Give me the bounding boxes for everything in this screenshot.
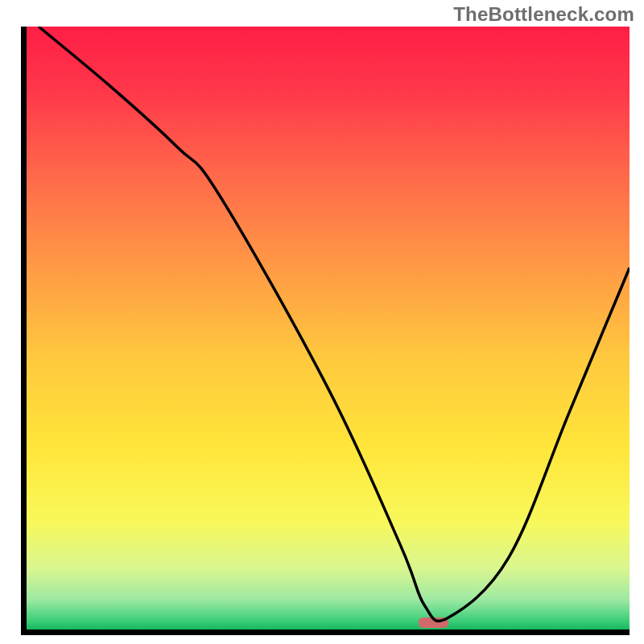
chart-frame: TheBottleneck.com bbox=[0, 0, 644, 644]
gradient-background bbox=[27, 27, 630, 630]
bottleneck-chart bbox=[0, 0, 644, 644]
watermark-text: TheBottleneck.com bbox=[453, 3, 634, 26]
